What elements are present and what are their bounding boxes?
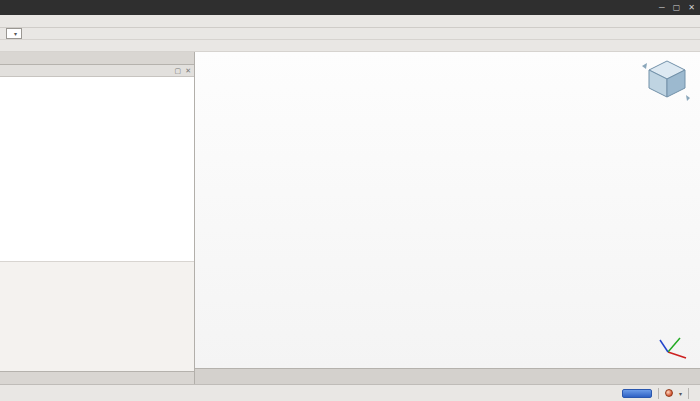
freecad-window: ─ ▢ ✕ ▾ ▢ ✕ bbox=[0, 0, 700, 401]
3d-viewport[interactable] bbox=[195, 52, 700, 368]
part-deckel-unten[interactable] bbox=[195, 52, 700, 368]
workbench-indicator[interactable]: ▾ bbox=[665, 389, 682, 397]
toolbar-row-2 bbox=[0, 40, 700, 52]
menubar bbox=[0, 15, 700, 28]
maximize-icon[interactable]: ▢ bbox=[673, 0, 681, 15]
navcube-rotate-arrow-icon[interactable] bbox=[642, 63, 647, 69]
property-tabs bbox=[0, 371, 194, 384]
close-icon[interactable]: ✕ bbox=[688, 0, 695, 15]
minimize-icon[interactable]: ─ bbox=[659, 0, 665, 15]
openscad-icon bbox=[665, 389, 673, 397]
status-separator bbox=[658, 388, 659, 399]
toolbar-row-1: ▾ bbox=[0, 28, 700, 40]
status-separator bbox=[688, 388, 689, 399]
close-panel-icon[interactable]: ✕ bbox=[185, 67, 191, 75]
status-indicator-bar bbox=[622, 389, 652, 398]
combo-view-tabs bbox=[0, 52, 194, 65]
property-editor bbox=[0, 262, 194, 371]
model-tree bbox=[0, 77, 194, 262]
navigation-cube[interactable] bbox=[640, 56, 694, 106]
titlebar: ─ ▢ ✕ bbox=[0, 0, 700, 15]
combo-view-panel: ▢ ✕ bbox=[0, 52, 195, 384]
document-tab-bar bbox=[195, 368, 700, 384]
statusbar: ▾ bbox=[0, 384, 700, 401]
navcube-rotate-arrow-icon[interactable] bbox=[686, 95, 690, 101]
chevron-down-icon: ▾ bbox=[679, 390, 682, 397]
tree-header: ▢ ✕ bbox=[0, 65, 194, 77]
axis-cross-icon bbox=[656, 332, 690, 362]
chevron-down-icon: ▾ bbox=[14, 30, 17, 37]
document-area bbox=[195, 52, 700, 384]
undock-panel-icon[interactable]: ▢ bbox=[175, 67, 182, 75]
main-area: ▢ ✕ bbox=[0, 52, 700, 384]
workbench-selector[interactable]: ▾ bbox=[6, 28, 22, 39]
